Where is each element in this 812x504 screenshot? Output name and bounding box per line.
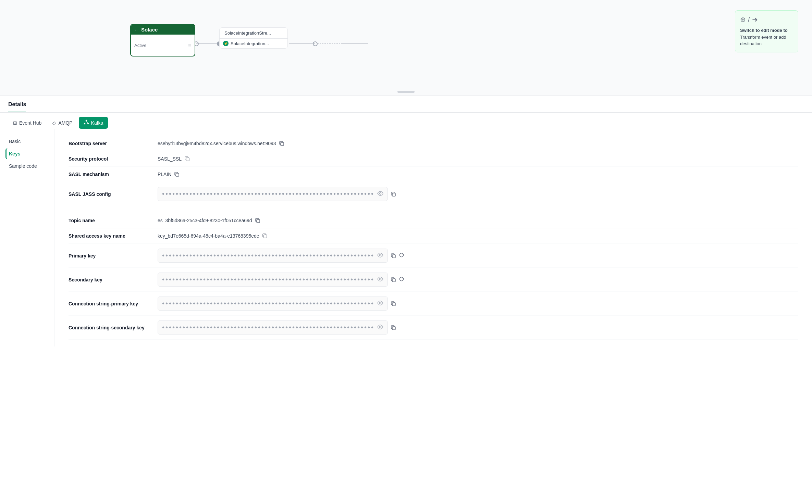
- eye-primary-key-icon[interactable]: [377, 252, 383, 260]
- content-area: Basic Keys Sample code Bootstrap server …: [0, 129, 812, 346]
- refresh-secondary-key-icon[interactable]: [399, 276, 404, 283]
- svg-point-23: [380, 302, 381, 304]
- copy-security-icon[interactable]: [184, 156, 190, 162]
- svg-point-9: [87, 123, 89, 124]
- eye-secondary-key-icon[interactable]: [377, 276, 383, 284]
- stream-node-body: ⚡ SolaceIntegration...: [220, 39, 287, 48]
- svg-rect-17: [257, 219, 260, 223]
- conn-secondary-masked: ••••••••••••••••••••••••••••••••••••••••…: [158, 320, 388, 335]
- solace-node-body: Active ≡: [131, 35, 195, 56]
- conn-secondary-dots: ••••••••••••••••••••••••••••••••••••••••…: [162, 324, 374, 331]
- tab-kafka[interactable]: Kafka: [79, 117, 108, 129]
- conn-primary-dots: ••••••••••••••••••••••••••••••••••••••••…: [162, 300, 374, 307]
- canvas-area: ← Solace Active ≡ SolaceIntegrationStre.…: [0, 0, 812, 96]
- arrow-icon: ←: [134, 27, 139, 33]
- svg-point-8: [84, 123, 85, 124]
- svg-rect-16: [392, 193, 395, 196]
- nav-sample-code[interactable]: Sample code: [5, 161, 49, 172]
- solace-node-title: Solace: [141, 27, 158, 33]
- label-security: Security protocol: [69, 156, 158, 162]
- hint-box-icons: ⊕ / ➜: [740, 15, 792, 24]
- detail-row-primary-key: Primary key ••••••••••••••••••••••••••••…: [69, 244, 798, 268]
- resize-handle[interactable]: [397, 91, 415, 93]
- nav-basic[interactable]: Basic: [5, 136, 49, 147]
- svg-rect-12: [281, 142, 284, 146]
- detail-row-topic: Topic name es_3bf5d86a-25c3-4fc9-8230-1f…: [69, 213, 798, 228]
- svg-point-4: [313, 42, 317, 46]
- svg-point-15: [380, 192, 381, 194]
- hint-box: ⊕ / ➜ Switch to edit mode to Transform e…: [735, 10, 798, 52]
- value-primary-key: ••••••••••••••••••••••••••••••••••••••••…: [158, 249, 404, 263]
- label-secondary-key: Secondary key: [69, 277, 158, 282]
- nav-keys[interactable]: Keys: [5, 148, 49, 159]
- stream-node-header: SolaceIntegrationStre...: [220, 28, 287, 39]
- detail-row-conn-secondary: Connection string-secondary key ••••••••…: [69, 316, 798, 340]
- copy-secondary-key-icon[interactable]: [391, 277, 396, 282]
- copy-shared-key-icon[interactable]: [262, 233, 268, 239]
- svg-point-21: [380, 278, 381, 280]
- copy-bootstrap-icon[interactable]: [279, 141, 284, 146]
- detail-row-sasl-mechanism: SASL mechanism PLAIN: [69, 167, 798, 182]
- value-bootstrap: esehytl13bvgj9m4bd82qx.servicebus.window…: [158, 141, 284, 146]
- label-primary-key: Primary key: [69, 253, 158, 259]
- primary-key-masked: ••••••••••••••••••••••••••••••••••••••••…: [158, 249, 388, 263]
- svg-point-19: [380, 254, 381, 256]
- amqp-icon: ◇: [52, 120, 56, 126]
- copy-conn-primary-icon[interactable]: [391, 301, 396, 306]
- value-sasl-jass: ••••••••••••••••••••••••••••••••••••••••…: [158, 187, 396, 201]
- value-shared-key: key_bd7e665d-694a-48c4-ba4a-e13768395ede: [158, 233, 268, 239]
- svg-point-7: [86, 120, 87, 121]
- copy-topic-icon[interactable]: [255, 218, 260, 223]
- value-conn-primary: ••••••••••••••••••••••••••••••••••••••••…: [158, 297, 396, 311]
- stream-icon: ⚡: [223, 41, 229, 46]
- eye-conn-primary-icon[interactable]: [377, 300, 383, 307]
- tab-event-hub[interactable]: ⊞ Event Hub: [8, 117, 46, 128]
- label-conn-primary: Connection string-primary key: [69, 301, 158, 306]
- topic-value-text: es_3bf5d86a-25c3-4fc9-8230-1f051ccea69d: [158, 218, 252, 223]
- sasl-mechanism-text: PLAIN: [158, 172, 171, 177]
- svg-rect-20: [392, 255, 395, 258]
- svg-rect-13: [186, 158, 189, 161]
- conn-primary-masked: ••••••••••••••••••••••••••••••••••••••••…: [158, 297, 388, 311]
- solace-node[interactable]: ← Solace Active ≡: [130, 24, 195, 56]
- eye-sasl-jass-icon[interactable]: [377, 190, 383, 198]
- copy-sasl-jass-icon[interactable]: [391, 191, 396, 197]
- svg-rect-24: [392, 303, 395, 306]
- connector-lines: [0, 0, 812, 96]
- svg-point-25: [380, 326, 381, 328]
- copy-primary-key-icon[interactable]: [391, 253, 396, 259]
- svg-rect-22: [392, 279, 395, 282]
- label-shared-key: Shared access key name: [69, 233, 158, 239]
- stream-node[interactable]: SolaceIntegrationStre... ⚡ SolaceIntegra…: [219, 27, 288, 49]
- svg-rect-18: [264, 235, 267, 238]
- detail-row-secondary-key: Secondary key ••••••••••••••••••••••••••…: [69, 268, 798, 292]
- stream-node-label: SolaceIntegration...: [231, 41, 269, 46]
- value-secondary-key: ••••••••••••••••••••••••••••••••••••••••…: [158, 273, 404, 287]
- detail-row-sasl-jass: SASL JASS config •••••••••••••••••••••••…: [69, 182, 798, 206]
- svg-rect-26: [392, 327, 395, 330]
- refresh-primary-key-icon[interactable]: [399, 252, 404, 259]
- tabs-row: ⊞ Event Hub ◇ AMQP Kafka: [0, 113, 812, 129]
- detail-row-security: Security protocol SASL_SSL: [69, 151, 798, 167]
- shared-key-text: key_bd7e665d-694a-48c4-ba4a-e13768395ede: [158, 233, 259, 239]
- primary-key-dots: ••••••••••••••••••••••••••••••••••••••••…: [162, 252, 374, 260]
- svg-line-11: [86, 121, 88, 123]
- tab-amqp[interactable]: ◇ AMQP: [48, 117, 77, 128]
- label-sasl-mechanism: SASL mechanism: [69, 172, 158, 177]
- eye-conn-secondary-icon[interactable]: [377, 324, 383, 331]
- event-hub-icon: ⊞: [13, 120, 17, 126]
- value-security: SASL_SSL: [158, 156, 190, 162]
- sidebar-nav: Basic Keys Sample code: [0, 129, 55, 346]
- svg-rect-14: [176, 173, 179, 176]
- kafka-icon: [84, 119, 89, 126]
- secondary-key-dots: ••••••••••••••••••••••••••••••••••••••••…: [162, 276, 374, 284]
- menu-icon[interactable]: ≡: [188, 42, 191, 48]
- copy-sasl-mechanism-icon[interactable]: [174, 172, 180, 177]
- detail-row-bootstrap: Bootstrap server esehytl13bvgj9m4bd82qx.…: [69, 136, 798, 151]
- sasl-jass-masked: ••••••••••••••••••••••••••••••••••••••••…: [158, 187, 388, 201]
- label-bootstrap: Bootstrap server: [69, 141, 158, 146]
- copy-conn-secondary-icon[interactable]: [391, 325, 396, 330]
- detail-row-conn-primary: Connection string-primary key ••••••••••…: [69, 292, 798, 316]
- details-header: Details: [0, 96, 812, 113]
- transform-icon: ⊕: [740, 15, 746, 24]
